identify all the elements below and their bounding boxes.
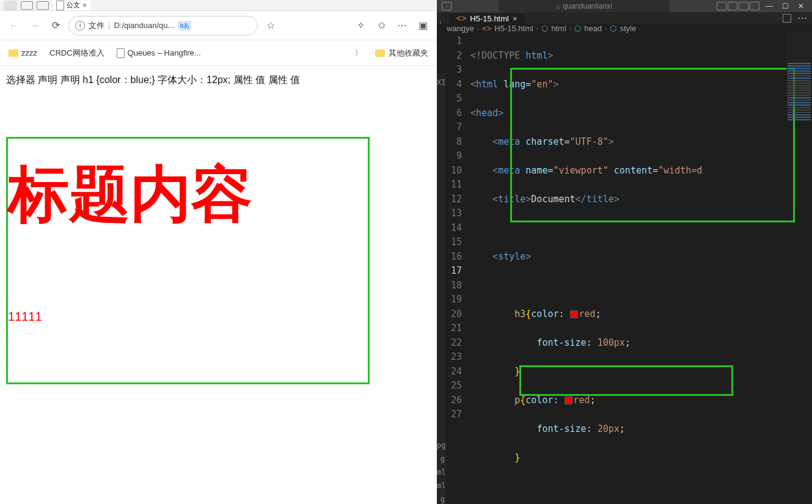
browser-navbar: ← → ⟳ i 文件 | D:/qianduan/qu... aあ ☆ ✧ ✩ …	[0, 11, 437, 40]
more-icon[interactable]: ⋯	[797, 12, 807, 24]
extensions-icon[interactable]: ✧	[353, 18, 368, 34]
refresh-button[interactable]: ⟳	[48, 18, 64, 34]
maximize-button[interactable]: ☐	[779, 0, 791, 12]
panel-icon[interactable]	[739, 2, 748, 10]
chevron-right-icon: ›	[605, 25, 607, 32]
bookmark-crdc[interactable]: CRDC网络准入	[49, 48, 104, 59]
editor-tab[interactable]: <> H5-15.html ×	[449, 12, 525, 24]
bookmarks-overflow-icon[interactable]: 〉	[354, 48, 363, 59]
layout-icon[interactable]	[442, 2, 452, 10]
close-icon[interactable]: ×	[82, 1, 87, 10]
url-path: D:/qianduan/qu...	[114, 21, 174, 30]
browser-pane: 公文 × ← → ⟳ i 文件 | D:/qianduan/qu... aあ ☆…	[0, 0, 437, 504]
breadcrumb[interactable]: wangye › <> H5-15.html › ⬡ html › ⬡ head…	[437, 24, 812, 33]
vscode-pane: ⌕ quanduanlianxi — ☐ ✕ › <> H5-15.html ×	[437, 0, 812, 504]
color-swatch-icon	[565, 396, 572, 404]
folder-icon	[375, 49, 385, 57]
workspaces-icon[interactable]	[21, 1, 33, 10]
code-area[interactable]: <!DOCTYPE html> <html lang="en"> <head> …	[470, 33, 812, 504]
browser-tab[interactable]: 公文 ×	[53, 1, 90, 10]
rendered-h3: 标题内容	[8, 139, 368, 224]
split-editor-icon[interactable]	[783, 14, 791, 23]
color-swatch-icon	[570, 310, 578, 318]
panel-icon[interactable]	[728, 2, 737, 10]
chevron-right-icon[interactable]: ›	[439, 18, 442, 26]
code-editor[interactable]: XIpggmlml.txtg 1234567891011121314151617…	[437, 33, 812, 504]
close-button[interactable]: ✕	[795, 0, 807, 12]
symbol-icon: ⬡	[610, 24, 616, 33]
search-icon: ⌕	[556, 2, 560, 10]
bookmarks-bar: zzzz CRDC网络准入 Queues – Hangfire... 〉 其他收…	[0, 40, 437, 66]
panel-icon[interactable]	[717, 2, 726, 10]
bookmark-zzzz[interactable]: zzzz	[9, 48, 37, 57]
bc-file[interactable]: H5-15.html	[494, 24, 533, 33]
bc-html[interactable]: html	[551, 24, 566, 33]
favorites-icon[interactable]: ✩	[373, 18, 389, 34]
vscode-titlebar: ⌕ quanduanlianxi — ☐ ✕	[437, 0, 812, 12]
collections-icon[interactable]	[37, 1, 49, 10]
bc-folder[interactable]: wangye	[447, 24, 474, 33]
chevron-right-icon: ›	[536, 25, 538, 32]
search-placeholder: quanduanlianxi	[563, 2, 612, 10]
rendered-p: 11111	[8, 310, 368, 324]
html-file-icon: <>	[482, 24, 491, 33]
url-input[interactable]: i 文件 | D:/qianduan/qu... aあ	[68, 16, 258, 35]
url-label: 文件	[89, 20, 104, 31]
menu-icon[interactable]: ⋯	[394, 18, 410, 34]
bc-style[interactable]: style	[620, 24, 636, 33]
minimize-button[interactable]: —	[763, 0, 775, 12]
page-icon	[117, 48, 125, 58]
profile-avatar[interactable]	[4, 1, 17, 10]
minimap[interactable]	[786, 33, 812, 106]
bc-head[interactable]: head	[584, 24, 602, 33]
command-center[interactable]: ⌕ quanduanlianxi	[499, 0, 670, 12]
url-sep: |	[108, 21, 110, 30]
bookmark-queues[interactable]: Queues – Hangfire...	[117, 48, 201, 58]
chevron-right-icon: ›	[477, 25, 479, 32]
layout-grid-icon[interactable]	[750, 2, 759, 10]
page-text-line: 选择器 声明 声明 h1 {color：blue;} 字体大小：12px; 属性…	[6, 72, 431, 88]
folder-icon	[9, 49, 18, 57]
browser-tabstrip: 公文 ×	[0, 0, 437, 11]
bookmark-other[interactable]: 其他收藏夹	[375, 48, 428, 59]
translate-badge[interactable]: aあ	[178, 21, 191, 31]
html-file-icon: <>	[456, 13, 466, 23]
tab-filename: H5-15.html	[470, 14, 509, 23]
favorite-button[interactable]: ☆	[263, 18, 279, 34]
sidebar-toggle-icon[interactable]: ▣	[415, 18, 431, 34]
chevron-right-icon: ›	[569, 25, 571, 32]
page-icon	[56, 1, 64, 10]
back-button[interactable]: ←	[6, 18, 22, 34]
editor-tabbar: › <> H5-15.html × ⋯	[437, 12, 812, 24]
forward-button[interactable]: →	[27, 18, 43, 34]
explorer-peek: XIpggmlml.txtg	[437, 73, 446, 504]
close-icon[interactable]: ×	[513, 14, 518, 23]
page-content: 选择器 声明 声明 h1 {color：blue;} 字体大小：12px; 属性…	[0, 66, 437, 504]
symbol-icon: ⬡	[574, 24, 581, 33]
info-icon[interactable]: i	[75, 21, 85, 31]
highlight-box-page: 标题内容 11111	[6, 137, 370, 384]
symbol-icon: ⬡	[541, 24, 548, 33]
tab-title: 公文	[67, 1, 80, 10]
